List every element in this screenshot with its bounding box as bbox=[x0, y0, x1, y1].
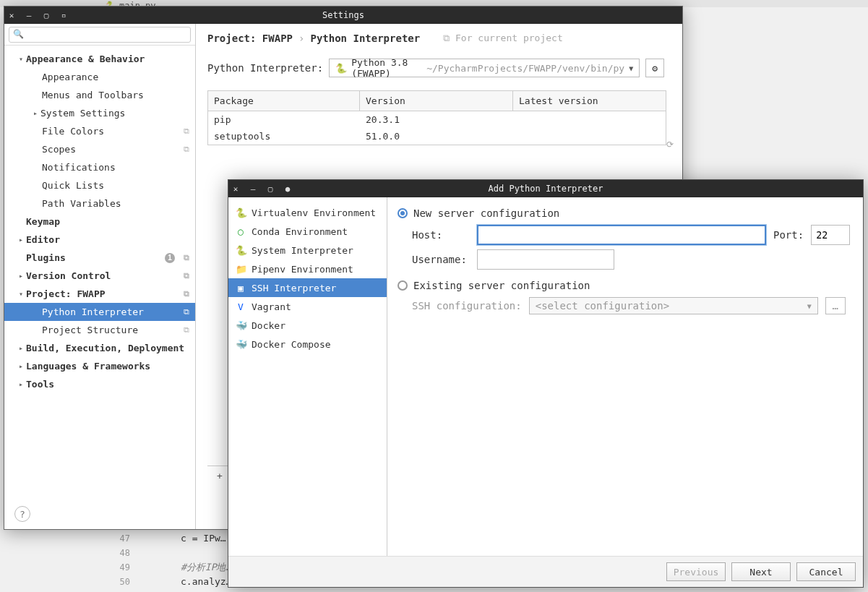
maximize-icon[interactable]: ▢ bbox=[42, 11, 51, 20]
environment-type-list: 🐍Virtualenv Environment ◯Conda Environme… bbox=[228, 197, 387, 556]
radio-existing-server[interactable]: Existing server configuration bbox=[398, 280, 853, 291]
python-icon: 🐍 bbox=[236, 245, 246, 256]
tree-plugins[interactable]: Plugins1⧉ bbox=[4, 249, 195, 267]
docker-icon: 🐳 bbox=[236, 339, 246, 350]
settings-sidebar: 🔍 ▾Appearance & Behavior Appearance Menu… bbox=[4, 24, 196, 529]
tree-quick-lists[interactable]: Quick Lists bbox=[4, 176, 195, 194]
env-docker[interactable]: 🐳Docker bbox=[228, 316, 387, 335]
env-docker-compose[interactable]: 🐳Docker Compose bbox=[228, 335, 387, 353]
tree-appearance[interactable]: Appearance bbox=[4, 68, 195, 86]
search-icon: 🔍 bbox=[13, 29, 24, 39]
project-scope-icon: ⧉ bbox=[184, 253, 189, 262]
tree-appearance-behavior[interactable]: ▾Appearance & Behavior bbox=[4, 50, 195, 68]
search-input[interactable] bbox=[9, 27, 191, 43]
help-button[interactable]: ? bbox=[14, 506, 30, 522]
col-version[interactable]: Version bbox=[360, 91, 513, 111]
loading-spinner-icon: ⟳ bbox=[666, 140, 674, 150]
folder-icon: 📁 bbox=[236, 264, 246, 275]
dot-icon[interactable]: ● bbox=[283, 184, 292, 194]
tree-python-interpreter[interactable]: Python Interpreter⧉ bbox=[4, 303, 195, 321]
env-pipenv[interactable]: 📁Pipenv Environment bbox=[228, 259, 387, 278]
interpreter-path: ~/PycharmProjects/FWAPP/venv/bin/py bbox=[426, 63, 624, 74]
host-input[interactable] bbox=[477, 225, 766, 245]
add-interpreter-titlebar: ✕ — ▢ ● Add Python Interpreter bbox=[228, 180, 863, 197]
col-latest[interactable]: Latest version bbox=[513, 91, 666, 111]
tree-menus-toolbars[interactable]: Menus and Toolbars bbox=[4, 86, 195, 104]
settings-search: 🔍 bbox=[4, 24, 195, 46]
crumb-hint: For current project bbox=[455, 33, 563, 43]
tree-languages[interactable]: ▸Languages & Frameworks bbox=[4, 357, 195, 375]
chevron-right-icon: › bbox=[298, 33, 304, 44]
table-row[interactable]: pip 20.3.1 bbox=[208, 111, 666, 128]
conda-icon: ◯ bbox=[236, 226, 246, 237]
breadcrumb: Project: FWAPP › Python Interpreter ⧉ Fo… bbox=[207, 33, 671, 44]
table-row[interactable]: setuptools 51.0.0 bbox=[208, 128, 666, 145]
tree-project-structure[interactable]: Project Structure⧉ bbox=[4, 321, 195, 339]
project-scope-icon: ⧉ bbox=[443, 33, 450, 43]
env-system[interactable]: 🐍System Interpreter bbox=[228, 241, 387, 259]
chevron-down-icon: ▼ bbox=[629, 64, 633, 72]
packages-table: Package Version Latest version pip 20.3.… bbox=[207, 90, 666, 145]
username-label: Username: bbox=[412, 254, 470, 265]
env-conda[interactable]: ◯Conda Environment bbox=[228, 222, 387, 241]
crumb-page: Python Interpreter bbox=[310, 33, 420, 44]
tree-build[interactable]: ▸Build, Execution, Deployment bbox=[4, 339, 195, 357]
interpreter-value: Python 3.8 (FWAPP) bbox=[351, 57, 422, 79]
ssh-config-dropdown[interactable]: <select configuration>▼ bbox=[529, 297, 818, 314]
tree-tools[interactable]: ▸Tools bbox=[4, 375, 195, 393]
crumb-project: Project: FWAPP bbox=[207, 33, 293, 44]
python-icon: 🐍 bbox=[335, 63, 347, 74]
env-ssh[interactable]: ▣SSH Interpreter bbox=[228, 278, 387, 297]
username-input[interactable] bbox=[477, 249, 614, 270]
tree-version-control[interactable]: ▸Version Control⧉ bbox=[4, 267, 195, 285]
python-icon: 🐍 bbox=[236, 207, 246, 218]
env-virtualenv[interactable]: 🐍Virtualenv Environment bbox=[228, 203, 387, 222]
tree-scopes[interactable]: Scopes⧉ bbox=[4, 140, 195, 158]
settings-titlebar: ✕ — ▢ ▫ Settings bbox=[4, 7, 682, 24]
host-label: Host: bbox=[412, 229, 470, 241]
tree-project[interactable]: ▾Project: FWAPP⧉ bbox=[4, 285, 195, 303]
next-button[interactable]: Next bbox=[731, 562, 791, 581]
plugins-badge: 1 bbox=[165, 253, 175, 263]
port-input[interactable] bbox=[811, 225, 850, 245]
tree-file-colors[interactable]: File Colors⧉ bbox=[4, 122, 195, 140]
tree-editor[interactable]: ▸Editor bbox=[4, 231, 195, 249]
add-interpreter-dialog: ✕ — ▢ ● Add Python Interpreter 🐍Virtuale… bbox=[228, 179, 864, 588]
interpreter-dropdown[interactable]: 🐍 Python 3.8 (FWAPP) ~/PycharmProjects/F… bbox=[329, 59, 640, 77]
project-scope-icon: ⧉ bbox=[184, 126, 189, 136]
dialog-button-row: Previous Next Cancel bbox=[228, 556, 863, 587]
terminal-icon: ▣ bbox=[236, 283, 246, 293]
env-vagrant[interactable]: VVagrant bbox=[228, 297, 387, 316]
settings-tree: ▾Appearance & Behavior Appearance Menus … bbox=[4, 46, 195, 529]
editor-gutter: 47484950 bbox=[90, 531, 130, 589]
tree-path-variables[interactable]: Path Variables bbox=[4, 194, 195, 213]
tree-system-settings[interactable]: ▸System Settings bbox=[4, 104, 195, 122]
minimize-icon[interactable]: — bbox=[249, 184, 257, 194]
interpreter-settings-button[interactable]: ⚙ bbox=[645, 59, 664, 77]
project-scope-icon: ⧉ bbox=[184, 325, 189, 335]
editor-code: c = IPw… #分析IP地…c.analyz… bbox=[181, 531, 231, 589]
close-icon[interactable]: ✕ bbox=[7, 11, 16, 20]
close-icon[interactable]: ✕ bbox=[231, 184, 240, 194]
docker-icon: 🐳 bbox=[236, 320, 246, 331]
tree-keymap[interactable]: Keymap bbox=[4, 213, 195, 231]
maximize-icon[interactable]: ▢ bbox=[266, 184, 275, 194]
interpreter-label: Python Interpreter: bbox=[207, 62, 323, 74]
port-label: Port: bbox=[773, 229, 804, 241]
radio-icon bbox=[398, 208, 408, 218]
radio-new-server[interactable]: New server configuration bbox=[398, 207, 853, 219]
cancel-button[interactable]: Cancel bbox=[796, 562, 856, 581]
project-scope-icon: ⧉ bbox=[184, 271, 189, 280]
settings-title: Settings bbox=[322, 10, 364, 20]
add-package-button[interactable]: + bbox=[212, 468, 228, 484]
minimize-icon[interactable]: — bbox=[25, 11, 33, 20]
col-package[interactable]: Package bbox=[208, 91, 360, 111]
vagrant-icon: V bbox=[236, 301, 246, 312]
ssh-interpreter-form: New server configuration Host: Port: Use… bbox=[387, 197, 863, 556]
restore-icon[interactable]: ▫ bbox=[59, 11, 68, 20]
browse-button[interactable]: … bbox=[825, 297, 846, 314]
chevron-down-icon: ▼ bbox=[807, 302, 812, 310]
tree-notifications[interactable]: Notifications bbox=[4, 158, 195, 176]
radio-existing-server-label: Existing server configuration bbox=[413, 280, 590, 291]
previous-button[interactable]: Previous bbox=[666, 562, 726, 581]
